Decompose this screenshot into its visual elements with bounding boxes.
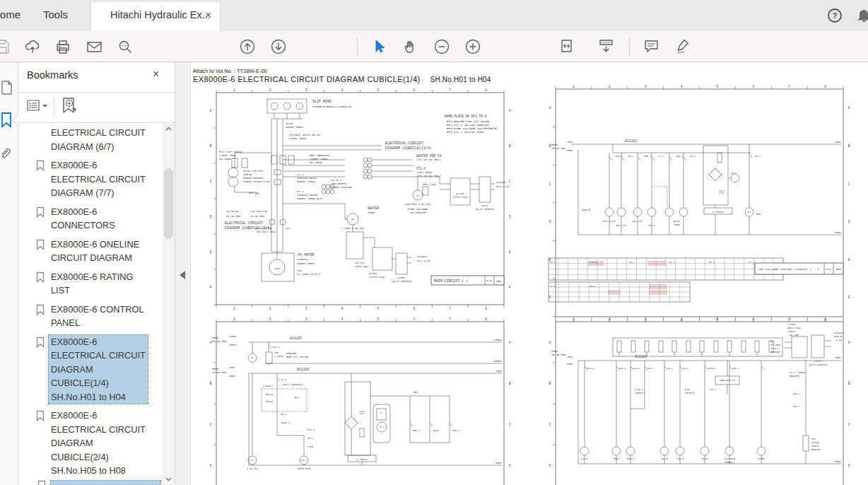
bookmark-item-2[interactable]: EX8000E-6CONNECTORS [18, 205, 163, 233]
svg-text:C: C [210, 423, 212, 426]
scrollbar-thumb[interactable] [164, 168, 173, 239]
svg-text:B: B [509, 382, 511, 385]
svg-text:A: A [549, 106, 551, 110]
save-button[interactable] [0, 36, 13, 57]
hand-tool-button[interactable] [400, 36, 421, 57]
page-down-icon [270, 38, 287, 55]
bookmark-icon [0, 112, 13, 129]
scroll-down-icon[interactable] [165, 477, 172, 481]
svg-text:A/TCB: A/TCB [457, 192, 465, 195]
svg-text:C43-1 (REMOTE): C43-1 (REMOTE) [283, 383, 303, 386]
bookmark-ribbon-icon [36, 158, 51, 200]
svg-text:(MTOR): (MTOR) [758, 457, 766, 460]
svg-text:52X-1: 52X-1 [710, 388, 717, 391]
help-button[interactable]: ? [826, 6, 844, 25]
tab-tools[interactable]: Tools [43, 8, 68, 21]
svg-text:4: 4 [341, 88, 344, 92]
notifications-button[interactable] [855, 7, 868, 25]
panel-collapse-gutter[interactable] [175, 62, 191, 485]
comment-button[interactable] [641, 36, 662, 57]
svg-text:DC6-W: DC6-W [648, 225, 655, 227]
zoom-in-button[interactable] [462, 36, 483, 57]
svg-text:5: 5 [377, 307, 380, 310]
next-page-button[interactable] [268, 36, 289, 57]
previous-page-button[interactable] [237, 36, 258, 57]
svg-text:86-1: 86-1 [281, 413, 286, 416]
svg-text:EF1:HEATER FOR (M) MOTOR: EF1:HEATER FOR (M) MOTOR [447, 120, 490, 123]
scroll-up-icon[interactable] [165, 127, 172, 131]
bookmark-item-4[interactable]: EX8000E-6 RATINGLIST [18, 270, 163, 298]
bookmark-item-0[interactable]: ELECTRICAL CIRCUITDIAGRAM (6/7) [18, 126, 163, 153]
svg-text:AC110V: AC110V [635, 355, 647, 358]
svg-text:2: 2 [609, 317, 611, 321]
tab-home[interactable]: Home [0, 8, 20, 21]
bookmark-item-5[interactable]: EX8000E-6 CONTROLPANEL [18, 303, 163, 330]
main-area: Bookmarks × [0, 62, 868, 485]
svg-text:NAME PLATE OF EF1 TO 4: NAME PLATE OF EF1 TO 4 [445, 115, 487, 118]
svg-text:(86SET3): (86SET3) [684, 392, 695, 395]
bookmark-item-label: EX8000E-6ELECTRICAL CIRCUITDIAGRAM (7/7) [51, 158, 146, 200]
svg-text:3H01: 3H01 [495, 462, 503, 464]
svg-text:7: 7 [788, 317, 790, 321]
bookmarks-scrollbar[interactable] [163, 123, 175, 485]
svg-text:(X6-W): (X6-W) [676, 457, 684, 460]
svg-text:B: B [848, 382, 850, 385]
svg-text:BRK-1: BRK-1 [413, 429, 420, 432]
svg-text:6: 6 [413, 317, 415, 321]
bookmark-item-6[interactable]: EX8000E-6ELECTRICAL CIRCUITDIAGRAMCUBICL… [18, 335, 163, 404]
svg-text:SH1: SH1 [811, 438, 816, 440]
svg-text:2: 2 [269, 307, 271, 310]
bookmarks-close-icon[interactable]: × [153, 68, 159, 81]
svg-text:86X1-(B): 86X1-(B) [633, 220, 643, 223]
bookmark-item-label: EX8000E-6CONNECTORS [51, 205, 115, 233]
toolbar-dock-button[interactable] [596, 36, 617, 57]
svg-text:33H01: 33H01 [229, 344, 237, 346]
svg-text:43-1: 43-1 [755, 155, 761, 158]
tab-document[interactable]: Hitachi Hydraulic Ex... × [90, 2, 221, 31]
svg-text:D: D [549, 220, 551, 223]
highlight-button[interactable] [672, 36, 693, 57]
new-bookmark-icon [61, 97, 81, 117]
page-thumbnails-button[interactable] [0, 78, 17, 98]
svg-text:6600V 200A: 6600V 200A [297, 180, 315, 183]
bookmark-list: ELECTRICAL CIRCUITDIAGRAM (6/7)EX8000E-6… [18, 123, 163, 485]
bell-icon [855, 7, 868, 25]
tab-close-icon[interactable]: × [205, 8, 211, 21]
bookmark-item-partial[interactable] [51, 481, 160, 485]
bookmark-item-label: EX8000E-6 CONTROLPANEL [51, 303, 144, 330]
collapse-panel-icon[interactable] [180, 271, 185, 279]
fit-width-button[interactable] [557, 36, 578, 57]
zoom-out-button[interactable] [431, 36, 452, 57]
svg-text:6: 6 [752, 317, 754, 321]
bookmark-item-1[interactable]: EX8000E-6ELECTRICAL CIRCUITDIAGRAM (7/7) [18, 158, 163, 200]
svg-text:SLIP RING: SLIP RING [312, 100, 332, 104]
svg-text:43-1: 43-1 [731, 173, 736, 175]
svg-text:3H01: 3H01 [567, 363, 573, 366]
bookmark-item-3[interactable]: EX8000E-6 ONELINECIRCUIT DIAGRAM [18, 238, 163, 265]
svg-text:C-TRIP1: C-TRIP1 [712, 211, 725, 214]
email-button[interactable] [83, 36, 105, 57]
search-button[interactable] [115, 36, 136, 57]
svg-text:WHT2-B2A: WHT2-B2A [787, 327, 801, 329]
bookmark-item-partial-icon [37, 480, 46, 485]
svg-text:AC110V: AC110V [625, 139, 637, 143]
svg-text:A: A [210, 109, 212, 112]
svg-text:TD4: TD4 [297, 269, 303, 272]
svg-text:SPACE: SPACE [811, 445, 819, 448]
svg-text:AC110V: AC110V [290, 337, 302, 340]
svg-text:E: E [509, 250, 511, 254]
svg-text:EF1-5A: EF1-5A [249, 192, 259, 194]
document-page[interactable]: Attach to Vol.No. : TT18W-E-00 EX8000E-6… [191, 62, 868, 485]
select-tool-button[interactable] [369, 36, 390, 57]
svg-text:3H01: 3H01 [835, 231, 842, 234]
print-button[interactable] [52, 36, 74, 57]
svg-text:~4.8V: ~4.8V [834, 339, 843, 341]
svg-text:6600V 50Hz: 6600V 50Hz [286, 126, 304, 129]
svg-text:E: E [210, 250, 212, 254]
attachments-button[interactable] [0, 144, 17, 164]
bookmarks-options-button[interactable] [27, 98, 49, 119]
share-button[interactable] [22, 36, 43, 57]
new-bookmark-button[interactable] [61, 97, 81, 119]
svg-text:7200V 400A: 7200V 400A [288, 137, 307, 140]
bookmark-item-7[interactable]: EX8000E-6ELECTRICAL CIRCUITDIAGRAMCUBICL… [18, 409, 163, 478]
